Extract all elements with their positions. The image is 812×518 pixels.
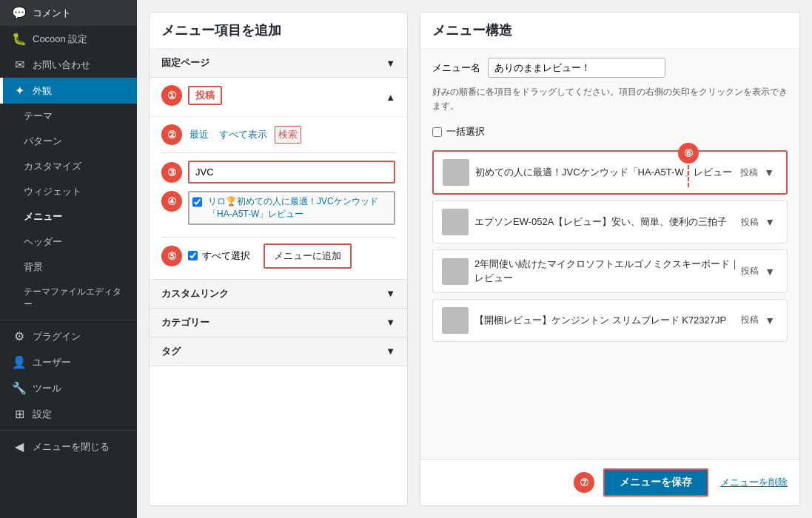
post-checkbox[interactable] [192, 197, 202, 207]
tab-bar: ② 最近 すべて表示 検索 [161, 124, 395, 153]
left-panel: メニュー項目を追加 固定ページ ▼ ① 投稿 ▲ [149, 12, 408, 506]
plugins-icon: ⚙ [12, 329, 27, 343]
save-menu-button[interactable]: メニューを保存 [603, 468, 708, 497]
tag-header[interactable]: タグ ▼ [150, 337, 407, 366]
sidebar-item-appearance[interactable]: ✦ 外観 [0, 78, 137, 104]
sidebar-item-customize[interactable]: カスタマイズ [0, 154, 137, 179]
menu-name-row: メニュー名 [432, 58, 788, 78]
menu-item-2-dropdown[interactable]: ▼ [762, 215, 778, 229]
menu-item-3-title: 2年間使い続けたマイクロソフトエルゴノミクスキーボード｜レビュー [474, 258, 741, 284]
menu-item-1: 初めての人に最適！JVCケンウッド「HA-A5T-W」レビュー 投稿 ▼ [432, 150, 788, 195]
tools-icon: 🔧 [12, 381, 27, 395]
menu-item-1-thumb [443, 159, 469, 186]
step6-badge: ⑥ [678, 143, 699, 164]
step6-annotation: ⑥ [678, 143, 699, 187]
main-content: メニュー項目を追加 固定ページ ▼ ① 投稿 ▲ [137, 0, 812, 518]
fixed-page-header[interactable]: 固定ページ ▼ [150, 49, 407, 77]
post-section-header[interactable]: ① 投稿 ▲ [150, 78, 407, 117]
menu-item-4-thumb [442, 307, 469, 334]
bulk-select-row: 一括選択 [432, 122, 788, 141]
sidebar-item-close-menu[interactable]: ◀ メニューを閉じる [0, 434, 137, 460]
sidebar-item-users[interactable]: 👤 ユーザー [0, 349, 137, 375]
sidebar-item-tools[interactable]: 🔧 ツール [0, 375, 137, 401]
chevron-down-icon-3: ▼ [386, 317, 395, 328]
menu-item-3: 2年間使い続けたマイクロソフトエルゴノミクスキーボード｜レビュー 投稿 ▼ [432, 249, 788, 292]
sidebar-item-themes[interactable]: テーマ [0, 104, 137, 129]
add-menu-title: メニュー項目を追加 [150, 13, 407, 49]
sidebar-item-background[interactable]: 背景 [0, 255, 137, 280]
menu-item-1-right: 投稿 ▼ [740, 165, 777, 180]
menu-item-3-left: 2年間使い続けたマイクロソフトエルゴノミクスキーボード｜レビュー [442, 258, 741, 284]
menu-name-label: メニュー名 [432, 61, 480, 75]
select-all-label[interactable]: すべて選択 [202, 249, 250, 263]
tab-show-all[interactable]: すべて表示 [216, 127, 270, 143]
tab-search[interactable]: 検索 [275, 126, 301, 144]
sidebar: 💬 コメント 🐛 Cocoon 設定 ✉ お問い合わせ ✦ 外観 テーマ パター… [0, 0, 137, 518]
menu-item-2-thumb [442, 209, 469, 235]
tag-section: タグ ▼ [150, 337, 407, 366]
tab-recent[interactable]: 最近 [187, 127, 212, 143]
sidebar-item-mail[interactable]: ✉ お問い合わせ [0, 52, 137, 78]
menu-item-2-type: 投稿 [741, 216, 759, 229]
mail-icon: ✉ [12, 58, 27, 72]
right-panel-body: メニュー名 好みの順番に各項目をドラッグしてください。項目の右側の矢印をクリック… [420, 49, 799, 459]
menu-item-3-dropdown[interactable]: ▼ [762, 264, 778, 279]
sidebar-item-comments[interactable]: 💬 コメント [0, 0, 137, 26]
add-to-menu-button[interactable]: メニューに追加 [264, 243, 352, 269]
step2-badge: ② [161, 124, 182, 145]
post-checkbox-item: リロ🏆初めての人に最適！JVCケンウッド「HA-A5T-W」レビュー [188, 191, 395, 225]
comments-icon: 💬 [12, 6, 27, 20]
custom-link-header[interactable]: カスタムリンク ▼ [150, 280, 407, 308]
menu-description: 好みの順番に各項目をドラッグしてください。項目の右側の矢印をクリックンを表示でき… [432, 85, 788, 113]
step1-badge: ① [161, 85, 182, 106]
menu-item-3-thumb [442, 258, 469, 285]
sidebar-item-patterns[interactable]: パターン [0, 129, 137, 154]
step4-badge: ④ [161, 191, 182, 212]
menu-item-2: エプソンEW-052A【レビュー】安い、簡単、便利の三拍子 投稿 ▼ [432, 201, 788, 243]
chevron-down-icon-2: ▼ [386, 288, 395, 299]
right-panel: メニュー構造 メニュー名 好みの順番に各項目をドラッグしてください。項目の右側の… [420, 12, 800, 506]
chevron-down-icon: ▼ [386, 58, 395, 69]
sidebar-item-settings[interactable]: ⊞ 設定 [0, 401, 137, 427]
settings-icon: ⊞ [12, 407, 27, 421]
menu-item-4-left: 【開梱レビュー】ケンジントン スリムブレード K72327JP [442, 307, 741, 334]
menu-item-2-title: エプソンEW-052A【レビュー】安い、簡単、便利の三拍子 [474, 215, 727, 229]
bulk-select-checkbox[interactable] [432, 127, 442, 137]
select-all-wrap: すべて選択 [188, 249, 250, 263]
menu-item-4: 【開梱レビュー】ケンジントン スリムブレード K72327JP 投稿 ▼ [432, 299, 788, 342]
menu-item-4-right: 投稿 ▼ [741, 313, 778, 328]
step7-badge: ⑦ [574, 472, 594, 493]
post-checkbox-label[interactable]: リロ🏆初めての人に最適！JVCケンウッド「HA-A5T-W」レビュー [208, 195, 391, 221]
sidebar-item-menus[interactable]: メニュー [0, 204, 137, 229]
menu-item-4-dropdown[interactable]: ▼ [762, 313, 778, 328]
sidebar-item-cocoon[interactable]: 🐛 Cocoon 設定 [0, 26, 137, 52]
sidebar-item-file-editor[interactable]: テーマファイルエディター [0, 280, 137, 317]
category-section: カテゴリー ▼ [150, 309, 407, 337]
custom-link-section: カスタムリンク ▼ [150, 280, 407, 309]
sidebar-item-plugins[interactable]: ⚙ プラグイン [0, 323, 137, 349]
menu-name-input[interactable] [488, 58, 665, 78]
menu-item-1-type: 投稿 [740, 166, 758, 179]
category-header[interactable]: カテゴリー ▼ [150, 309, 407, 337]
menu-items-container: ⑥ 初めての人に最適！JVCケンウッド「HA-A5T-W」レビュー 投稿 ▼ [432, 150, 788, 341]
step5-badge: ⑤ [161, 246, 182, 266]
menu-item-4-title: 【開梱レビュー】ケンジントン スリムブレード K72327JP [474, 314, 726, 327]
delete-menu-link[interactable]: メニューを削除 [720, 476, 788, 489]
search-input-wrapper: ③ [161, 161, 395, 184]
sidebar-item-header[interactable]: ヘッダー [0, 229, 137, 255]
close-menu-icon: ◀ [12, 440, 27, 454]
menu-item-1-dropdown[interactable]: ▼ [761, 165, 777, 180]
content-body: メニュー項目を追加 固定ページ ▼ ① 投稿 ▲ [137, 0, 812, 518]
post-section-content: ② 最近 すべて表示 検索 ③ [150, 117, 407, 279]
post-section: ① 投稿 ▲ ② 最近 すべて表示 検索 [150, 78, 407, 280]
select-all-checkbox[interactable] [188, 251, 198, 260]
sidebar-item-widgets[interactable]: ウィジェット [0, 179, 137, 204]
menu-item-2-left: エプソンEW-052A【レビュー】安い、簡単、便利の三拍子 [442, 209, 741, 235]
menu-item-3-type: 投稿 [741, 265, 759, 278]
save-button-wrap: ⑦ メニューを保存 [603, 468, 708, 497]
step3-badge: ③ [161, 162, 182, 183]
post-search-input[interactable] [188, 161, 395, 184]
bulk-select-label[interactable]: 一括選択 [446, 125, 485, 138]
chevron-down-icon-4: ▼ [386, 346, 395, 357]
chevron-up-icon: ▲ [386, 92, 395, 103]
